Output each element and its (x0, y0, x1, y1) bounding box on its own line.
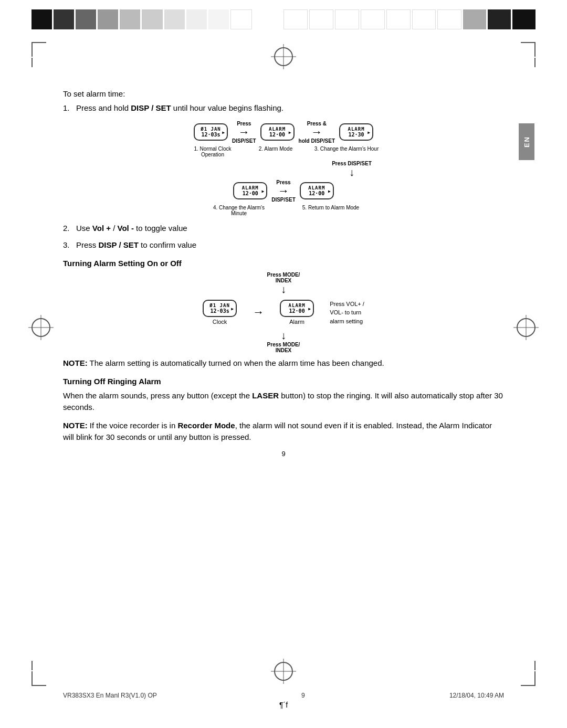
side-line-tr (534, 58, 536, 67)
speaker-icon: ▶ (222, 130, 225, 134)
step2: 2. Use Vol + / Vol - to toggle value (63, 223, 504, 235)
crosshair-left (32, 318, 50, 337)
bar-block (230, 9, 252, 29)
right-label1: Press VOL+ / (330, 300, 364, 309)
arrow-right2: → (311, 126, 322, 138)
note1-text: The alarm setting is automatically turne… (88, 358, 384, 367)
bar-block (120, 9, 140, 29)
icon1-bot: 12·03s (199, 132, 223, 138)
top-bar-left (32, 9, 252, 29)
diagram-icon4: ALARM 12·00 ▶ (233, 182, 267, 199)
display-icon-clock: Ø1 JAN 12·03s ▶ (194, 123, 228, 141)
press1-sub: DISP/SET (232, 138, 256, 144)
diagram-press4: Press → DISP/SET (271, 180, 296, 203)
diagram-press2: Press & → hold DISP/SET (299, 121, 335, 144)
down-arrow-container1: Press DISP/SET ↓ (94, 161, 472, 178)
alarm-middle-row: Ø1 JAN 12·03s ▶ Clock → ALARM 12·00 ▶ Al… (203, 300, 364, 326)
arrow-right3: → (278, 185, 289, 197)
right-label2: VOL- to turn (330, 308, 364, 317)
bar-block (309, 9, 333, 29)
bar-block (54, 9, 74, 29)
caption-row2: 4. Change the Alarm's Minute 5. Return t… (94, 205, 472, 216)
bar-block (186, 9, 207, 29)
speaker-icon2: ▶ (289, 130, 291, 134)
right-label3: alarm setting (330, 317, 364, 326)
corner-mark-tr (521, 42, 536, 57)
alarm-alarm-icon: ALARM 12·00 ▶ Alarm (280, 300, 314, 325)
top-color-bar (32, 9, 536, 29)
cap5: 5. Return to Alarm Mode (299, 205, 362, 216)
clock-bot: 12·03s (208, 308, 232, 314)
diagram-row2: ALARM 12·00 ▶ Press → DISP/SET ALARM 12·… (94, 180, 472, 203)
note1-label: NOTE: (63, 358, 88, 367)
corner-mark-br (521, 671, 536, 686)
speaker-icon5: ▶ (328, 188, 331, 193)
alarm-bottom: ↓ Press MODE/ INDEX (267, 330, 300, 353)
alarm-down-arrow-bottom: ↓ (281, 330, 286, 342)
main-content: To set alarm time: 1. Press and hold DIS… (63, 89, 504, 458)
clock-top: Ø1 JAN (208, 303, 232, 308)
diagram-icon5: ALARM 12·00 ▶ (300, 182, 334, 199)
display-icon-alarm4: ALARM 12·00 ▶ (233, 182, 267, 199)
clock-label: Clock (213, 319, 227, 325)
diagram-icon3: ALARM 12·30 ▶ (339, 123, 373, 141)
side-line-bl (32, 661, 33, 670)
bar-block (463, 9, 486, 29)
page-number-inline: 9 (63, 450, 504, 458)
note2: When the alarm sounds, press any button … (63, 390, 504, 414)
alarm-down-arrow-top: ↓ (281, 283, 286, 296)
alarm-top-disp: ALARM (285, 303, 309, 308)
bar-block (142, 9, 162, 29)
diagram-icon2: ALARM 12·00 ▶ (260, 123, 295, 141)
alarm-label: Alarm (289, 319, 304, 325)
en-tab-label: EN (523, 136, 531, 147)
diagram-row1: Ø1 JAN 12·03s ▶ Press → DISP/SET ALARM 1… (94, 121, 472, 144)
footer: VR383SX3 En Manl R3(V1.0) OP 9 12/18/04,… (63, 692, 504, 699)
down-arrow1: ↓ (349, 166, 354, 178)
note3-label: NOTE: (63, 421, 88, 430)
bar-block (335, 9, 359, 29)
speaker-clock: ▶ (231, 306, 234, 311)
icon5-bot: 12·00 (305, 191, 329, 196)
side-line-tl (32, 58, 33, 67)
crosshair-right (517, 318, 536, 337)
display-icon-alarm5: ALARM 12·00 ▶ (300, 182, 334, 199)
alarm-bot-disp: 12·00 (285, 308, 309, 314)
step3: 3. Press DISP / SET to confirm value (63, 239, 504, 251)
subheading1: Turning Alarm Setting On or Off (63, 259, 504, 268)
bar-block (32, 9, 52, 29)
arrow-right1: → (238, 126, 250, 138)
display-icon-alarm3: ALARM 12·30 ▶ (339, 123, 373, 141)
step1: 1. Press and hold DISP / SET until hour … (63, 102, 504, 114)
alarm-right-label: Press VOL+ / VOL- to turn alarm setting (330, 300, 364, 326)
note3: NOTE: If the voice recorder is in Record… (63, 420, 504, 444)
press3-label: Press DISP/SET (332, 161, 372, 166)
bar-block (361, 9, 385, 29)
diagram-icon1: Ø1 JAN 12·03s ▶ (194, 123, 228, 141)
speaker-icon3: ▶ (368, 130, 370, 134)
set-alarm-diagram: Ø1 JAN 12·03s ▶ Press → DISP/SET ALARM 1… (94, 121, 472, 216)
bar-block (386, 9, 411, 29)
alarm-bot-label2: INDEX (276, 347, 292, 353)
crosshair-bottom (274, 662, 293, 681)
bar-block (437, 9, 461, 29)
speaker-icon4: ▶ (261, 188, 264, 193)
bar-block (76, 9, 96, 29)
bar-block (412, 9, 436, 29)
icon4-top: ALARM (238, 185, 262, 191)
bar-block (512, 9, 536, 29)
section-intro: To set alarm time: (63, 89, 504, 98)
bar-block (284, 9, 308, 29)
footer-left: VR383SX3 En Manl R3(V1.0) OP (63, 692, 157, 699)
caption-row1: 1. Normal Clock Operation 2. Alarm Mode … (94, 146, 472, 157)
alarm-clock-icon: Ø1 JAN 12·03s ▶ Clock (203, 300, 237, 325)
bar-block (488, 9, 511, 29)
bar-block (164, 9, 185, 29)
display-clock: Ø1 JAN 12·03s ▶ (203, 300, 237, 317)
crosshair-top (274, 47, 293, 66)
icon3-top: ALARM (344, 126, 368, 132)
icon4-bot: 12·00 (238, 191, 262, 196)
icon1-top: Ø1 JAN (199, 126, 223, 132)
corner-mark-bl (32, 671, 46, 686)
down-arrow1-group: Press DISP/SET ↓ (332, 161, 372, 178)
